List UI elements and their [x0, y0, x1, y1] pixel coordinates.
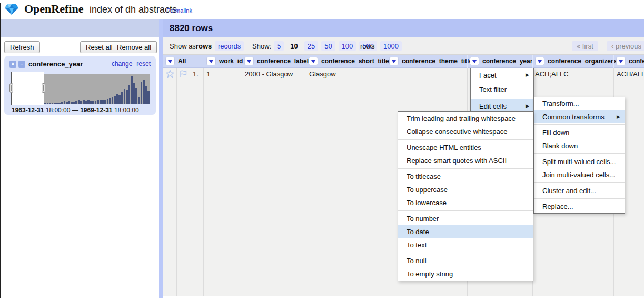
facet-range-text: 1963-12-31 18:00:00 — 1969-12-31 18:00:0… — [12, 107, 139, 114]
page-size-25[interactable]: 25 — [304, 41, 318, 51]
column-label: conference_label — [257, 57, 309, 65]
menu-item-label: Common transforms — [542, 113, 605, 121]
histogram-bar — [85, 101, 87, 104]
column-label: conference_organizers — [548, 57, 617, 65]
openrefine-diamond-icon[interactable] — [5, 4, 18, 15]
cell-work-id[interactable]: 1 — [206, 70, 210, 78]
histogram-bar — [75, 101, 77, 104]
column-label: conference_theme_title — [402, 57, 472, 65]
page-size-5[interactable]: 5 — [274, 41, 284, 51]
menu-item-trim-whitespace[interactable]: Trim leading and trailing whitespace — [398, 112, 533, 125]
page-size-100[interactable]: 100 — [339, 41, 356, 51]
show-as-records-option[interactable]: records — [215, 41, 244, 51]
column-header-work-id: work_id — [204, 55, 242, 68]
sidebar-resize-divider[interactable] — [159, 19, 163, 298]
histogram-bar — [92, 101, 94, 104]
facet-range-selection[interactable] — [11, 72, 44, 105]
facet-histogram-bars — [44, 74, 150, 104]
histogram-bar — [68, 101, 71, 104]
column-header-conference-label: conference_label — [242, 55, 306, 68]
conference-organizers-dropdown-button[interactable] — [535, 57, 544, 65]
submenu-arrow-icon: ▶ — [526, 68, 529, 82]
histogram-bar — [71, 102, 73, 104]
pagination-first-button[interactable]: « first — [572, 41, 598, 51]
conference-year-dropdown-button[interactable] — [470, 57, 479, 65]
facet-range-handle-left[interactable] — [9, 83, 13, 93]
menu-item-join-multi-valued-cells[interactable]: Join multi-valued cells... — [534, 168, 625, 181]
menu-item-label: Transform... — [542, 100, 579, 108]
cell-conference-organizers[interactable]: ACH;ALLC — [535, 70, 569, 78]
menu-item-facet[interactable]: Facet▶ — [471, 68, 533, 82]
menu-item-to-titlecase[interactable]: To titlecase — [398, 170, 533, 183]
menu-item-fill-down[interactable]: Fill down — [534, 126, 625, 139]
menu-item-label: To null — [407, 257, 427, 265]
menu-separator — [398, 210, 533, 211]
menu-item-to-number[interactable]: To number — [398, 212, 533, 225]
menu-item-transform[interactable]: Transform... — [534, 97, 625, 110]
remove-all-button[interactable]: Remove all — [112, 41, 157, 53]
openrefine-window: OpenRefine index of dh abstracts Permali… — [0, 0, 644, 298]
row-star-icon[interactable] — [166, 70, 174, 78]
page-size-options: 5 10 25 50 100 500 1000 — [274, 41, 402, 51]
page-size-10[interactable]: 10 — [287, 41, 301, 51]
row-flag-icon[interactable] — [179, 70, 187, 78]
trailing-column-dropdown-button[interactable] — [616, 57, 626, 65]
facet-close-icon[interactable]: × — [9, 61, 16, 68]
all-column-dropdown-button[interactable] — [165, 57, 175, 65]
menu-item-label: To number — [407, 215, 439, 223]
conference-label-dropdown-button[interactable] — [244, 57, 254, 65]
menu-item-blank-down[interactable]: Blank down — [534, 139, 625, 152]
pagination-previous-button[interactable]: ‹ previous — [607, 41, 644, 51]
menu-item-cluster-and-edit[interactable]: Cluster and edit... — [534, 184, 625, 197]
column-divider — [203, 68, 204, 296]
range-to-time: 18:00:00 — [114, 107, 139, 114]
menu-item-to-empty-string[interactable]: To empty string — [398, 267, 533, 281]
app-name: OpenRefine — [24, 2, 83, 16]
facet-reset-link[interactable]: reset — [136, 60, 151, 68]
page-size-50[interactable]: 50 — [321, 41, 335, 51]
menu-item-label: To lowercase — [407, 199, 447, 207]
column-header-conference-organizers: conference_organizers — [532, 55, 613, 68]
cell-conference-short-title[interactable]: Glasgow — [309, 70, 336, 78]
histogram-bar — [138, 97, 140, 105]
menu-item-label: Fill down — [542, 129, 569, 137]
cell-trailing-column[interactable]: ACH/ALLC;A — [617, 70, 644, 78]
permalink-link[interactable]: Permalink — [166, 7, 192, 14]
histogram-bar — [100, 100, 102, 104]
menu-item-common-transforms[interactable]: Common transforms▶ — [534, 110, 625, 123]
conference-short-title-dropdown-button[interactable] — [309, 57, 318, 65]
conference-theme-title-dropdown-button[interactable] — [389, 57, 399, 65]
work-id-dropdown-button[interactable] — [206, 57, 216, 65]
column-divider — [190, 68, 190, 296]
menu-item-replace-smart-quotes[interactable]: Replace smart quotes with ASCII — [398, 154, 533, 167]
histogram-bar — [87, 100, 90, 104]
menu-item-to-lowercase[interactable]: To lowercase — [398, 196, 533, 209]
menu-item-to-uppercase[interactable]: To uppercase — [398, 183, 533, 196]
page-size-1000[interactable]: 1000 — [380, 41, 402, 51]
menu-item-text-filter[interactable]: Text filter — [471, 82, 533, 97]
show-as-rows-option[interactable]: rows — [196, 42, 212, 50]
histogram-bar — [126, 90, 128, 104]
menu-item-to-date[interactable]: To date — [398, 225, 533, 238]
menu-item-to-text[interactable]: To text — [398, 238, 533, 252]
histogram-bar — [131, 76, 133, 104]
menu-item-split-multi-valued-cells[interactable]: Split multi-valued cells... — [534, 155, 625, 168]
dropdown-arrow-icon — [209, 60, 213, 63]
menu-separator — [534, 153, 625, 154]
cell-conference-label[interactable]: 2000 - Glasgow — [245, 70, 293, 78]
histogram-bar — [95, 101, 97, 104]
menu-item-replace[interactable]: Replace... — [534, 200, 625, 213]
menu-separator — [534, 124, 625, 125]
dropdown-arrow-icon — [392, 60, 396, 63]
refresh-button[interactable]: Refresh — [4, 41, 40, 53]
menu-item-to-null[interactable]: To null — [398, 254, 533, 267]
histogram-bar — [147, 91, 150, 104]
menu-item-collapse-whitespace[interactable]: Collapse consecutive whitespace — [398, 125, 533, 138]
menu-separator — [398, 168, 533, 169]
facet-range-handle-right[interactable] — [42, 83, 45, 93]
histogram-bar — [52, 103, 54, 104]
edit-cells-submenu: Transform... Common transforms▶ Fill dow… — [533, 97, 625, 214]
facet-change-link[interactable]: change — [112, 60, 132, 68]
facet-minimize-icon[interactable]: − — [18, 61, 25, 68]
menu-item-unescape-html-entities[interactable]: Unescape HTML entities — [398, 141, 533, 154]
